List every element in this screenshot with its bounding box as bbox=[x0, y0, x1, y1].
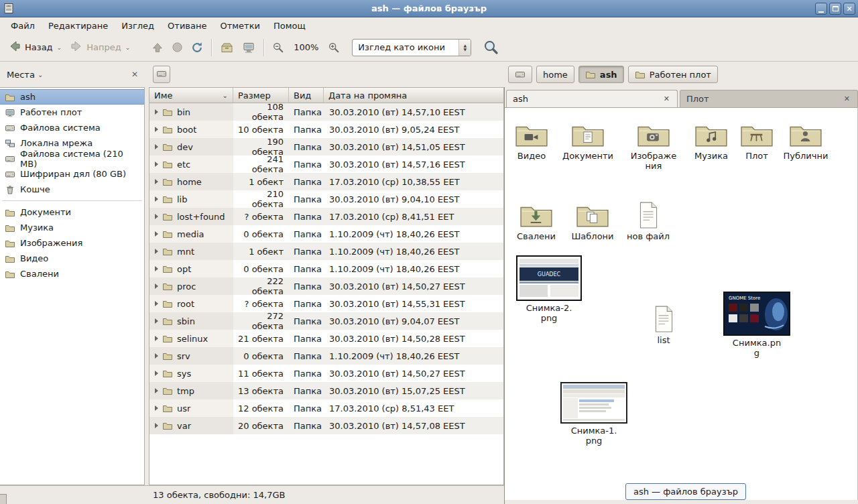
expander-icon[interactable] bbox=[155, 109, 158, 115]
table-row[interactable]: sys11 обектаПапка30.03.2010 (вт) 14,50,2… bbox=[149, 365, 503, 382]
home-folder-button[interactable] bbox=[216, 39, 238, 56]
table-row[interactable]: lost+found? обектаПапка17.03.2010 (ср) 8… bbox=[149, 208, 503, 225]
menu-go[interactable]: Отиване bbox=[161, 19, 213, 33]
icon-item-snimka[interactable]: GNOME StoreСнимка.png bbox=[723, 292, 790, 358]
forward-dropdown-icon[interactable]: ⌄ bbox=[125, 44, 131, 51]
expander-icon[interactable] bbox=[155, 405, 158, 411]
path-button-ash[interactable]: ash bbox=[578, 66, 624, 83]
icon-item-images[interactable]: Изображения bbox=[628, 118, 679, 171]
column-header-name[interactable]: Име⌄ bbox=[149, 88, 233, 103]
tab-close-icon[interactable]: ✕ bbox=[843, 94, 851, 103]
table-row[interactable]: dev190 обектаПапка30.03.2010 (вт) 14,51,… bbox=[149, 138, 503, 155]
icon-item-documents[interactable]: Документи bbox=[562, 118, 613, 161]
sidebar-item-downloads[interactable]: Свалени bbox=[0, 266, 144, 281]
table-row[interactable]: sbin272 обектаПапка30.03.2010 (вт) 9,04,… bbox=[149, 312, 503, 330]
reload-button[interactable] bbox=[187, 40, 207, 56]
menu-view[interactable]: Изглед bbox=[115, 19, 161, 33]
expander-icon[interactable] bbox=[155, 214, 158, 219]
expander-icon[interactable] bbox=[155, 353, 158, 359]
search-button[interactable] bbox=[479, 38, 503, 57]
icon-item-snimka-2[interactable]: GUADECСнимка-2.png bbox=[515, 255, 583, 323]
sidebar-item-filesystem[interactable]: Файлова система bbox=[0, 120, 144, 135]
zoom-out-button[interactable] bbox=[268, 40, 288, 56]
table-row[interactable]: lib210 обектаПапка30.03.2010 (вт) 9,04,1… bbox=[149, 190, 503, 208]
table-row[interactable]: var20 обектаПапка30.03.2010 (вт) 14,57,0… bbox=[149, 417, 503, 434]
icon-item-templates[interactable]: Шаблони bbox=[567, 198, 618, 241]
path-button-desktop[interactable]: Работен плот bbox=[628, 66, 718, 83]
expander-icon[interactable] bbox=[155, 371, 158, 376]
icon-item-list[interactable]: list bbox=[644, 302, 684, 345]
tab-ash[interactable]: ash✕ bbox=[506, 90, 678, 107]
table-row[interactable]: bin108 обектаПапка30.03.2010 (вт) 14,57,… bbox=[149, 103, 503, 121]
places-close-icon[interactable]: ✕ bbox=[131, 70, 138, 79]
path-button-root[interactable] bbox=[508, 66, 532, 83]
icon-item-public[interactable]: Публични bbox=[780, 118, 831, 161]
tab-close-icon[interactable]: ✕ bbox=[662, 94, 671, 103]
sidebar-item-music[interactable]: Музика bbox=[0, 220, 144, 235]
icon-item-downloads[interactable]: Свалени bbox=[511, 198, 562, 241]
minimize-button[interactable] bbox=[815, 3, 827, 15]
zoom-level[interactable]: 100% bbox=[294, 42, 318, 52]
zoom-in-button[interactable] bbox=[324, 40, 344, 56]
expander-icon[interactable] bbox=[155, 179, 158, 184]
icon-item-new-file[interactable]: нов файл bbox=[623, 198, 674, 241]
table-row[interactable]: etc241 обектаПапка30.03.2010 (вт) 14,57,… bbox=[149, 155, 503, 173]
sidebar-item-filesystem-210[interactable]: Файлова система (210 MB) bbox=[0, 151, 144, 166]
tab-desktop[interactable]: Плот✕ bbox=[680, 90, 858, 107]
expander-icon[interactable] bbox=[155, 284, 158, 289]
forward-button[interactable]: Напред ⌄ bbox=[66, 38, 134, 57]
back-button[interactable]: Назад ⌄ bbox=[4, 38, 66, 57]
menu-bookmarks[interactable]: Отметки bbox=[213, 19, 266, 33]
expander-icon[interactable] bbox=[155, 196, 158, 202]
close-button[interactable]: ✕ bbox=[843, 3, 855, 15]
expander-icon[interactable] bbox=[155, 162, 158, 167]
path-button-home[interactable]: home bbox=[536, 66, 574, 83]
table-row[interactable]: media0 обектаПапка1.10.2009 (чт) 18,40,2… bbox=[149, 225, 503, 243]
combo-stepper-icon[interactable]: ▲▼ bbox=[458, 40, 471, 56]
column-header-date[interactable]: Дата на промяна bbox=[324, 88, 503, 103]
sidebar-item-ash[interactable]: ash bbox=[0, 89, 144, 105]
table-row[interactable]: mnt1 обектПапка1.10.2009 (чт) 18,40,26 E… bbox=[149, 243, 503, 260]
places-dropdown-icon[interactable]: ⌄ bbox=[38, 71, 43, 78]
expander-icon[interactable] bbox=[155, 144, 158, 149]
expander-icon[interactable] bbox=[155, 423, 158, 428]
table-row[interactable]: tmp13 обектаПапка30.03.2010 (вт) 15,07,2… bbox=[149, 382, 503, 399]
table-row[interactable]: proc222 обектаПапка30.03.2010 (вт) 14,50… bbox=[149, 277, 503, 295]
expander-icon[interactable] bbox=[155, 301, 158, 306]
icon-item-music[interactable]: Музика bbox=[686, 118, 737, 161]
icon-item-desktop[interactable]: Плот bbox=[731, 118, 782, 161]
sidebar-item-encrypted-80[interactable]: Шифриран дял (80 GB) bbox=[0, 166, 144, 182]
sidebar-item-video[interactable]: Видео bbox=[0, 251, 144, 266]
menu-file[interactable]: Файл bbox=[4, 19, 42, 33]
menu-help[interactable]: Помощ bbox=[267, 19, 312, 33]
icon-item-snimka-1[interactable]: Снимка-1.png bbox=[560, 382, 627, 446]
table-row[interactable]: opt0 обектаПапка1.10.2009 (чт) 18,40,26 … bbox=[149, 260, 503, 277]
sidebar-item-desktop[interactable]: Работен плот bbox=[0, 105, 144, 120]
column-header-type[interactable]: Вид bbox=[289, 88, 324, 103]
menu-edit[interactable]: Редактиране bbox=[42, 19, 115, 33]
titlebar[interactable]: ash — файлов браузър ✕ bbox=[0, 0, 858, 17]
maximize-button[interactable] bbox=[829, 3, 841, 15]
computer-button[interactable] bbox=[238, 39, 259, 56]
table-row[interactable]: selinux21 обектаПапка30.03.2010 (вт) 14,… bbox=[149, 330, 503, 347]
up-button[interactable] bbox=[147, 40, 168, 56]
view-mode-select[interactable]: Изглед като икони ▲▼ bbox=[352, 39, 471, 56]
table-row[interactable]: boot10 обектаПапка30.03.2010 (вт) 9,05,2… bbox=[149, 121, 503, 138]
column-header-size[interactable]: Размер bbox=[233, 88, 289, 103]
expander-icon[interactable] bbox=[155, 388, 158, 393]
expander-icon[interactable] bbox=[155, 336, 158, 341]
table-row[interactable]: root? обектаПапка30.03.2010 (вт) 14,55,3… bbox=[149, 295, 503, 312]
sidebar-item-trash[interactable]: Кошче bbox=[0, 182, 144, 197]
expander-icon[interactable] bbox=[155, 266, 158, 271]
stop-button[interactable] bbox=[168, 40, 187, 55]
expander-icon[interactable] bbox=[155, 318, 158, 324]
table-row[interactable]: srv0 обектаПапка1.10.2009 (чт) 18,40,26 … bbox=[149, 347, 503, 365]
table-row[interactable]: usr12 обектаПапка17.03.2010 (ср) 8,51,43… bbox=[149, 399, 503, 417]
back-dropdown-icon[interactable]: ⌄ bbox=[57, 44, 62, 51]
expander-icon[interactable] bbox=[155, 249, 158, 254]
sidebar-item-images[interactable]: Изображения bbox=[0, 235, 144, 251]
expander-icon[interactable] bbox=[155, 231, 158, 237]
table-row[interactable]: home1 обектПапка17.03.2010 (ср) 10,38,55… bbox=[149, 173, 503, 190]
icon-item-video[interactable]: Видео bbox=[506, 118, 557, 161]
left-pane-root-button[interactable] bbox=[153, 66, 170, 83]
